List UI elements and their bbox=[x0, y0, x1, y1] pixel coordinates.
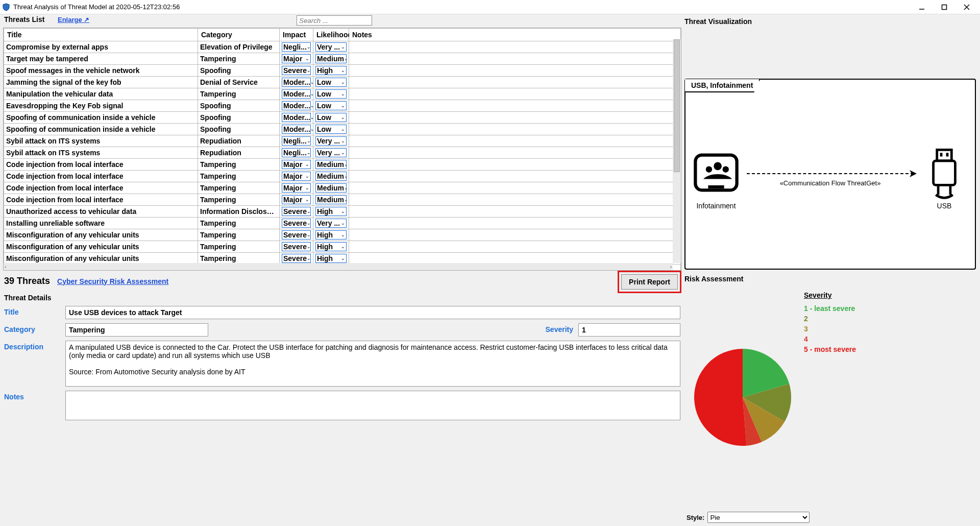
table-row[interactable]: Code injection from local interfaceTampe… bbox=[4, 194, 681, 206]
likelihood-select[interactable]: Low⌄ bbox=[315, 113, 347, 122]
cell-category: Tampering bbox=[198, 218, 280, 229]
impact-select[interactable]: Negli...⌄ bbox=[282, 148, 311, 157]
likelihood-select[interactable]: Medium⌄ bbox=[315, 183, 347, 193]
col-notes[interactable]: Notes bbox=[349, 29, 681, 41]
window-close-button[interactable] bbox=[955, 0, 978, 14]
table-row[interactable]: Spoof messages in the vehicle networkSpo… bbox=[4, 65, 681, 77]
detail-category-field[interactable] bbox=[65, 323, 208, 337]
table-row[interactable]: Spoofing of communication inside a vehic… bbox=[4, 124, 681, 135]
table-row[interactable]: Compromise by external appsElevation of … bbox=[4, 41, 681, 53]
likelihood-select[interactable]: Medium⌄ bbox=[315, 160, 347, 169]
table-row[interactable]: Target may be tamperedTamperingMajor⌄Med… bbox=[4, 53, 681, 65]
impact-select[interactable]: Major⌄ bbox=[282, 160, 311, 169]
impact-select[interactable]: Negli...⌄ bbox=[282, 42, 311, 52]
cell-category: Tampering bbox=[198, 229, 280, 241]
detail-title-field[interactable] bbox=[65, 306, 680, 319]
viz-node-usb-label: USB bbox=[937, 202, 952, 210]
viz-node-usb[interactable]: USB bbox=[919, 149, 970, 210]
likelihood-select[interactable]: Medium⌄ bbox=[315, 195, 347, 204]
app-icon bbox=[2, 3, 10, 11]
likelihood-select[interactable]: Low⌄ bbox=[315, 101, 347, 110]
table-row[interactable]: Jamming the signal of the key fobDenial … bbox=[4, 77, 681, 88]
likelihood-select[interactable]: High⌄ bbox=[315, 242, 347, 251]
impact-select[interactable]: Severe⌄ bbox=[282, 207, 311, 216]
legend-item: 2 bbox=[804, 315, 974, 323]
impact-select[interactable]: Moder...⌄ bbox=[282, 78, 311, 87]
likelihood-select[interactable]: High⌄ bbox=[315, 207, 347, 216]
cell-category: Tampering bbox=[198, 194, 280, 206]
chevron-down-icon: ⌄ bbox=[310, 127, 313, 132]
visualization-canvas[interactable]: USB, Infotainment Infotainment bbox=[684, 79, 976, 270]
cell-notes bbox=[349, 53, 681, 65]
col-impact[interactable]: Impact bbox=[280, 29, 313, 41]
risk-assessment-link[interactable]: Cyber Security Risk Assessment bbox=[57, 277, 168, 285]
impact-select[interactable]: Major⌄ bbox=[282, 183, 311, 193]
window-minimize-button[interactable] bbox=[911, 0, 933, 14]
impact-select[interactable]: Severe⌄ bbox=[282, 66, 311, 75]
col-category[interactable]: Category bbox=[198, 29, 280, 41]
impact-select[interactable]: Major⌄ bbox=[282, 195, 311, 204]
viz-node-infotainment[interactable]: Infotainment bbox=[691, 149, 742, 210]
enlarge-link[interactable]: Enlarge ↗ bbox=[58, 16, 89, 23]
impact-select[interactable]: Severe⌄ bbox=[282, 254, 311, 263]
table-row[interactable]: Installing unreliable softwareTamperingS… bbox=[4, 218, 681, 229]
likelihood-select[interactable]: Medium⌄ bbox=[315, 54, 347, 63]
viz-edge[interactable]: «Communication Flow ThreatGet» bbox=[742, 164, 919, 195]
table-row[interactable]: Sybil attack on ITS systemsRepudiationNe… bbox=[4, 135, 681, 147]
impact-select[interactable]: Major⌄ bbox=[282, 172, 311, 181]
chevron-down-icon: ⌄ bbox=[305, 197, 309, 202]
cell-category: Tampering bbox=[198, 171, 280, 182]
viz-node-infotainment-label: Infotainment bbox=[696, 202, 736, 210]
likelihood-select[interactable]: Low⌄ bbox=[315, 89, 347, 99]
likelihood-select[interactable]: Low⌄ bbox=[315, 125, 347, 134]
cell-notes bbox=[349, 229, 681, 241]
likelihood-select[interactable]: Very ...⌄ bbox=[315, 148, 347, 157]
detail-notes-field[interactable] bbox=[65, 391, 680, 420]
col-likelihood[interactable]: Likelihood bbox=[313, 29, 349, 41]
table-row[interactable]: Code injection from local interfaceTampe… bbox=[4, 171, 681, 182]
impact-select[interactable]: Moder...⌄ bbox=[282, 113, 311, 122]
cell-notes bbox=[349, 65, 681, 77]
table-row[interactable]: Eavesdropping the Key Fob signalSpoofing… bbox=[4, 100, 681, 112]
likelihood-select[interactable]: Medium⌄ bbox=[315, 172, 347, 181]
search-input[interactable] bbox=[297, 15, 372, 26]
col-title[interactable]: Title bbox=[4, 29, 198, 41]
chevron-down-icon: ⌄ bbox=[341, 221, 345, 226]
impact-select[interactable]: Moder...⌄ bbox=[282, 101, 311, 110]
table-row[interactable]: Code injection from local interfaceTampe… bbox=[4, 182, 681, 194]
impact-select[interactable]: Moder...⌄ bbox=[282, 125, 311, 134]
likelihood-select[interactable]: Very ...⌄ bbox=[315, 219, 347, 228]
chevron-down-icon: ⌄ bbox=[307, 138, 311, 144]
table-row[interactable]: Code injection from local interfaceTampe… bbox=[4, 159, 681, 171]
vertical-scrollbar[interactable] bbox=[673, 39, 681, 263]
table-row[interactable]: Sybil attack on ITS systemsRepudiationNe… bbox=[4, 147, 681, 159]
horizontal-scrollbar[interactable]: ‹› bbox=[4, 263, 673, 270]
table-row[interactable]: Unauthorized access to vehicular dataInf… bbox=[4, 206, 681, 218]
likelihood-select[interactable]: High⌄ bbox=[315, 230, 347, 240]
impact-select[interactable]: Severe⌄ bbox=[282, 219, 311, 228]
cell-category: Tampering bbox=[198, 182, 280, 194]
chevron-down-icon: ⌄ bbox=[344, 197, 348, 202]
table-row[interactable]: Misconfiguration of any vehicular unitsT… bbox=[4, 241, 681, 253]
table-row[interactable]: Misconfiguration of any vehicular unitsT… bbox=[4, 229, 681, 241]
likelihood-select[interactable]: Very ...⌄ bbox=[315, 42, 347, 52]
usb-icon bbox=[919, 149, 970, 200]
table-row[interactable]: Manipulation the vehicular dataTampering… bbox=[4, 88, 681, 100]
impact-select[interactable]: Moder...⌄ bbox=[282, 89, 311, 99]
likelihood-select[interactable]: High⌄ bbox=[315, 66, 347, 75]
detail-severity-field[interactable] bbox=[578, 323, 680, 337]
detail-description-field[interactable]: A manipulated USB device is connected to… bbox=[65, 341, 680, 387]
likelihood-select[interactable]: Low⌄ bbox=[315, 78, 347, 87]
table-row[interactable]: Spoofing of communication inside a vehic… bbox=[4, 112, 681, 124]
impact-select[interactable]: Severe⌄ bbox=[282, 242, 311, 251]
risk-legend-header: Severity bbox=[804, 291, 974, 299]
likelihood-select[interactable]: Very ...⌄ bbox=[315, 136, 347, 146]
risk-style-select[interactable]: Pie bbox=[707, 512, 810, 523]
print-report-button[interactable]: Print Report bbox=[621, 274, 678, 290]
likelihood-select[interactable]: High⌄ bbox=[315, 254, 347, 263]
chevron-down-icon: ⌄ bbox=[341, 150, 345, 155]
impact-select[interactable]: Severe⌄ bbox=[282, 230, 311, 240]
window-maximize-button[interactable] bbox=[933, 0, 955, 14]
impact-select[interactable]: Negli...⌄ bbox=[282, 136, 311, 146]
impact-select[interactable]: Major⌄ bbox=[282, 54, 311, 63]
